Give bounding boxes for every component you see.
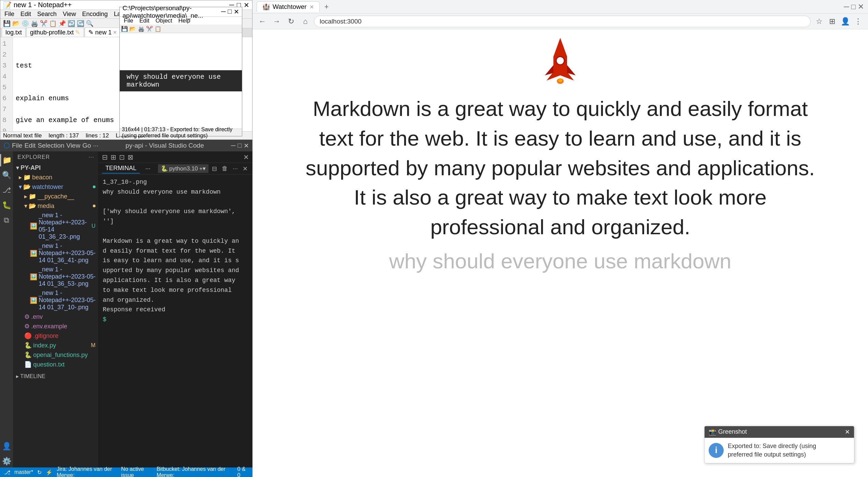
tree-item-img4[interactable]: 🖼️ _new 1 - Notepad++-2023-05-14 01_37_1… (13, 288, 98, 312)
fm-query-text: why should everyone use markdown (127, 73, 221, 89)
home-btn[interactable]: ⌂ (300, 16, 311, 27)
vscode-minimize-btn[interactable]: ─ (231, 142, 235, 150)
notepad-tab-github[interactable]: github-profile.txt ✎ (26, 28, 84, 37)
bitbucket-label[interactable]: Bitbucket: Johannes van der Merwe: (157, 466, 233, 477)
vscode-titlebar: ⬡ File Edit Selection View Go ··· py-api… (0, 140, 252, 151)
sync-icon[interactable]: ↻ (37, 469, 42, 476)
tree-item-env[interactable]: ⚙ .env (13, 312, 98, 322)
terminal-split-icon[interactable]: ⊟ (212, 165, 217, 173)
debug-icon[interactable]: 🐛 (0, 199, 13, 211)
tree-item-img3[interactable]: 🖼️ _new 1 - Notepad++-2023-05-14 01_36_5… (13, 265, 98, 288)
img4-label: _new 1 - Notepad++-2023-05-14 01_37_10-.… (39, 289, 98, 311)
terminal-close-icon[interactable]: ✕ (243, 165, 248, 173)
tree-item-img1[interactable]: 🖼️ _new 1 - Notepad++-2023-05-14 01_36_2… (13, 211, 98, 241)
panel-layout-icon[interactable]: ⊞ (111, 153, 116, 161)
fm-close-btn[interactable]: ✕ (234, 8, 239, 16)
tab-close-icon[interactable]: ✕ (113, 30, 117, 35)
beacon-label: beacon (32, 174, 52, 181)
vscode-menu-selection[interactable]: Selection (38, 142, 64, 149)
greenshot-title: Greenshot (718, 428, 747, 435)
split-editor-icon[interactable]: ⊟ (102, 153, 108, 161)
extensions-btn[interactable]: ⊞ (826, 16, 838, 27)
notepad-menu-view[interactable]: View (60, 10, 79, 18)
explorer-more-icon[interactable]: ··· (89, 154, 94, 160)
tree-root[interactable]: ▾ PY-API (13, 163, 98, 173)
vscode-app-icon: ⬡ (3, 141, 10, 150)
vscode-maximize-btn[interactable]: □ (238, 142, 242, 150)
tree-item-index[interactable]: 🐍 index.py M (13, 341, 98, 350)
fm-menu-object[interactable]: Object (153, 17, 175, 25)
settings-icon[interactable]: ⚙️ (0, 455, 13, 467)
bookmark-btn[interactable]: ☆ (813, 16, 825, 27)
browser-minimize-btn[interactable]: ─ (844, 2, 849, 11)
terminal-line-1: 1_37_10-.png (103, 177, 248, 187)
vscode-menu-go[interactable]: Go (82, 142, 91, 149)
source-control-icon[interactable]: ⎇ (0, 184, 13, 196)
tree-item-img2[interactable]: 🖼️ _new 1 - Notepad++-2023-05-14 01_36_4… (13, 241, 98, 265)
vscode-menu-more[interactable]: ··· (93, 142, 99, 149)
panel-close-icon[interactable]: ✕ (243, 153, 249, 161)
vscode-statusbar: ⎇ master* ↻ ⚡ Jira: Johannes van der Mer… (0, 467, 252, 477)
svg-point-5 (556, 57, 564, 65)
panel-toggle-icon[interactable]: ⊡ (119, 153, 125, 161)
browser-close-btn[interactable]: ✕ (858, 2, 864, 11)
vscode-menu-view[interactable]: View (67, 142, 81, 149)
vscode-close-btn[interactable]: ✕ (244, 142, 249, 150)
fm-minimize-btn[interactable]: ─ (221, 8, 226, 16)
terminal-more2[interactable]: ··· (233, 165, 238, 172)
panel-more-icon[interactable]: ⊠ (128, 153, 133, 161)
new-tab-btn[interactable]: + (322, 1, 332, 13)
tree-item-beacon[interactable]: ▸ 📁 beacon (13, 173, 98, 182)
terminal-line-12: to make text look more professional (103, 285, 248, 295)
terminal-tab[interactable]: TERMINAL (102, 164, 140, 174)
browser-titlebar: 🏰 Watchtower ✕ + ─ □ ✕ (252, 0, 868, 14)
line-numbers: 12345 678910 1112 (0, 37, 13, 131)
vscode-file-tree: ▾ PY-API ▸ 📁 beacon ▾ 📂 watchtower (13, 163, 98, 467)
fm-menu-edit[interactable]: Edit (136, 17, 152, 25)
explorer-icon[interactable]: 📁 (0, 154, 13, 166)
modified-dot (93, 185, 96, 188)
back-btn[interactable]: ← (257, 16, 268, 27)
notepad-close-btn[interactable]: ✕ (244, 1, 249, 9)
account-btn[interactable]: 👤 (839, 16, 851, 27)
greenshot-close-btn[interactable]: ✕ (845, 428, 850, 436)
terminal-more[interactable]: ··· (142, 164, 154, 173)
jira-label[interactable]: Jira: Johannes van der Merwe: (57, 466, 117, 477)
terminal-content[interactable]: 1_37_10-.png why should everyone use mar… (99, 175, 252, 467)
tree-item-env-example[interactable]: ⚙ .env.example (13, 322, 98, 331)
issues-label[interactable]: No active issue (121, 466, 151, 477)
extensions-icon[interactable]: ⧉ (0, 214, 13, 226)
browser-maximize-btn[interactable]: □ (851, 2, 856, 11)
search-icon[interactable]: 🔍 (0, 169, 13, 181)
tree-item-openai[interactable]: 🐍 openai_functions.py (13, 350, 98, 360)
terminal-trash-icon[interactable]: 🗑 (222, 165, 228, 172)
notepad-tab-log[interactable]: log.txt (2, 28, 26, 37)
fm-menu-help[interactable]: Help (176, 17, 193, 25)
notepad-menu-encoding[interactable]: Encoding (79, 10, 111, 18)
terminal-line-3 (103, 197, 248, 207)
menu-btn[interactable]: ⋮ (852, 16, 864, 27)
tree-item-gitignore[interactable]: 🔴 .gitignore (13, 331, 98, 341)
fm-maximize-btn[interactable]: □ (228, 8, 232, 16)
fm-menu-file[interactable]: File (121, 17, 136, 25)
tree-item-watchtower[interactable]: ▾ 📂 watchtower (13, 182, 98, 192)
tree-item-question[interactable]: 📄 question.txt (13, 360, 98, 369)
account-icon[interactable]: 👤 (0, 440, 13, 452)
notepad-menu-search[interactable]: Search (34, 10, 59, 18)
notepad-tab-new1[interactable]: ✎ new 1 ✕ (85, 28, 121, 37)
vscode-menu-edit[interactable]: Edit (25, 142, 36, 149)
url-bar[interactable]: localhost:3000 (314, 16, 811, 27)
terminal-prompt[interactable]: $ (103, 315, 248, 325)
browser-tab[interactable]: 🏰 Watchtower ✕ (257, 1, 320, 12)
reload-btn[interactable]: ↻ (285, 16, 297, 27)
branch-label[interactable]: master* (14, 469, 33, 475)
tab-close-btn[interactable]: ✕ (309, 4, 314, 10)
tree-item-media[interactable]: ▾ 📂 media (13, 201, 98, 211)
tree-item-pycache[interactable]: ▸ 📁 __pycache__ (13, 192, 98, 201)
notepad-menu-edit[interactable]: Edit (18, 10, 34, 18)
notepad-menu-file[interactable]: File (2, 10, 17, 18)
python-tab[interactable]: 🐍 python3.10 +▾ (158, 164, 208, 173)
forward-btn[interactable]: → (271, 16, 283, 27)
vscode-menu-file[interactable]: File (12, 142, 23, 149)
timeline-section[interactable]: ▸ TIMELINE (13, 372, 98, 381)
